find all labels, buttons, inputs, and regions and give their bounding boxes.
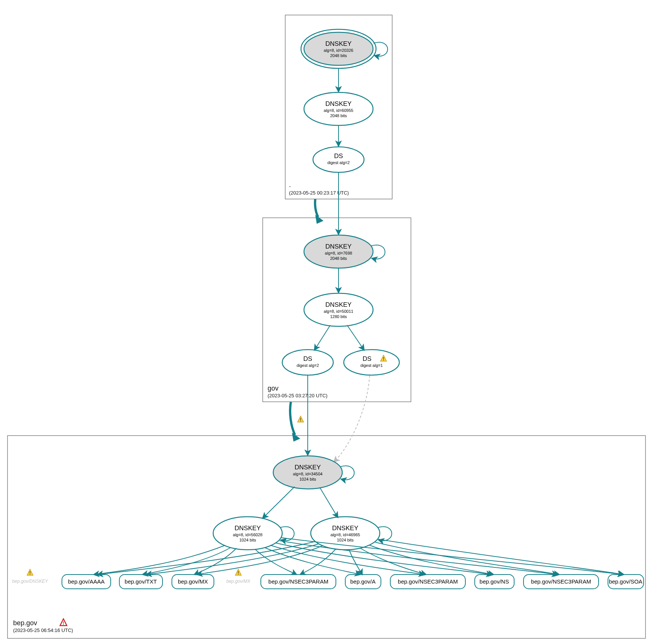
rr-a[interactable]: bep.gov/A bbox=[345, 575, 381, 589]
ghost-mx: ! bep.gov/MX bbox=[226, 569, 251, 584]
svg-text:2048 bits: 2048 bits bbox=[330, 256, 347, 261]
svg-point-9 bbox=[313, 147, 364, 172]
node-gov-ksk[interactable]: DNSKEY alg=8, id=7698 2048 bits bbox=[304, 235, 373, 268]
svg-text:!: ! bbox=[300, 417, 301, 422]
zone-root-label: . bbox=[289, 181, 291, 189]
svg-text:bep.gov/DNSKEY: bep.gov/DNSKEY bbox=[12, 579, 48, 584]
rr-soa[interactable]: bep.gov/SOA bbox=[608, 575, 644, 589]
svg-text:bep.gov/MX: bep.gov/MX bbox=[178, 578, 208, 585]
svg-text:DS: DS bbox=[363, 355, 372, 362]
record-row: bep.gov/AAAA bep.gov/TXT bep.gov/MX bep.… bbox=[62, 575, 644, 589]
zone-gov-timestamp: (2023-05-25 03:27:20 UTC) bbox=[268, 393, 328, 398]
zone-bep-label: bep.gov bbox=[13, 619, 37, 627]
svg-text:bep.gov/SOA: bep.gov/SOA bbox=[609, 578, 642, 585]
node-bep-ksk[interactable]: DNSKEY alg=8, id=34504 1024 bits bbox=[273, 456, 342, 489]
ghost-dnskey: ! bep.gov/DNSKEY bbox=[12, 569, 48, 584]
zone-bep-timestamp: (2023-05-25 06:54:16 UTC) bbox=[13, 627, 73, 633]
edge-delegate-root-gov bbox=[315, 199, 318, 217]
error-icon: ! bbox=[60, 619, 67, 626]
node-gov-zsk[interactable]: DNSKEY alg=8, id=50011 1280 bits bbox=[304, 293, 373, 326]
node-root-zsk[interactable]: DNSKEY alg=8, id=60955 2048 bits bbox=[304, 92, 373, 125]
svg-text:bep.gov/AAAA: bep.gov/AAAA bbox=[68, 578, 105, 585]
svg-text:DNSKEY: DNSKEY bbox=[325, 100, 352, 107]
dnssec-diagram: . (2023-05-25 00:23:17 UTC) DNSKEY alg=8… bbox=[0, 0, 653, 644]
edge-govzsk-govds2 bbox=[347, 325, 364, 350]
node-bep-zsk1[interactable]: DNSKEY alg=8, id=56028 1024 bits bbox=[213, 517, 282, 550]
svg-text:!: ! bbox=[29, 570, 31, 576]
svg-text:1024 bits: 1024 bits bbox=[239, 538, 256, 542]
edge-bepksk-zsk2 bbox=[320, 487, 338, 517]
rr-nsec3param-3[interactable]: bep.gov/NSEC3PARAM bbox=[524, 575, 599, 589]
svg-text:!: ! bbox=[63, 621, 64, 626]
svg-text:bep.gov/TXT: bep.gov/TXT bbox=[125, 578, 157, 585]
svg-text:2048 bits: 2048 bits bbox=[330, 53, 347, 58]
svg-text:DNSKEY: DNSKEY bbox=[325, 301, 352, 308]
node-gov-ds1[interactable]: DS digest alg=2 bbox=[282, 350, 333, 375]
node-root-ds[interactable]: DS digest alg=2 bbox=[313, 147, 364, 172]
svg-text:1280 bits: 1280 bits bbox=[330, 314, 347, 319]
svg-text:bep.gov/MX: bep.gov/MX bbox=[226, 579, 251, 584]
svg-text:DNSKEY: DNSKEY bbox=[332, 525, 358, 532]
node-gov-ds2[interactable]: DS digest alg=1 bbox=[344, 350, 399, 375]
warning-icon: ! bbox=[298, 416, 304, 422]
zone-gov-label: gov bbox=[268, 385, 278, 392]
zone-root-timestamp: (2023-05-25 00:23:17 UTC) bbox=[289, 190, 349, 196]
svg-text:2048 bits: 2048 bits bbox=[330, 113, 347, 118]
svg-point-23 bbox=[344, 350, 399, 375]
svg-text:DNSKEY: DNSKEY bbox=[235, 525, 261, 532]
svg-text:digest alg=1: digest alg=1 bbox=[360, 363, 383, 368]
rr-mx[interactable]: bep.gov/MX bbox=[172, 575, 214, 589]
svg-text:digest alg=2: digest alg=2 bbox=[327, 160, 350, 165]
svg-text:!: ! bbox=[383, 356, 384, 362]
node-bep-zsk2[interactable]: DNSKEY alg=8, id=46965 1024 bits bbox=[311, 517, 380, 550]
svg-text:digest alg=2: digest alg=2 bbox=[296, 363, 319, 368]
svg-text:alg=8, id=34504: alg=8, id=34504 bbox=[293, 472, 323, 476]
svg-text:1024 bits: 1024 bits bbox=[299, 477, 316, 481]
svg-text:DNSKEY: DNSKEY bbox=[325, 40, 352, 47]
svg-text:bep.gov/NS: bep.gov/NS bbox=[480, 578, 509, 585]
svg-text:1024 bits: 1024 bits bbox=[337, 538, 354, 542]
svg-text:bep.gov/NSEC3PARAM: bep.gov/NSEC3PARAM bbox=[268, 578, 328, 585]
edge-delegate-gov-bep bbox=[290, 402, 295, 435]
svg-text:DS: DS bbox=[334, 152, 343, 160]
rr-nsec3param-2[interactable]: bep.gov/NSEC3PARAM bbox=[390, 575, 465, 589]
rr-nsec3param-1[interactable]: bep.gov/NSEC3PARAM bbox=[261, 575, 336, 589]
node-root-ksk[interactable]: DNSKEY alg=8, id=20326 2048 bits bbox=[301, 29, 376, 68]
svg-text:alg=8, id=56028: alg=8, id=56028 bbox=[233, 532, 263, 537]
svg-text:alg=8, id=60955: alg=8, id=60955 bbox=[324, 108, 354, 113]
svg-text:bep.gov/NSEC3PARAM: bep.gov/NSEC3PARAM bbox=[398, 578, 458, 585]
svg-text:bep.gov/NSEC3PARAM: bep.gov/NSEC3PARAM bbox=[531, 578, 591, 585]
svg-text:DNSKEY: DNSKEY bbox=[325, 243, 352, 250]
svg-text:!: ! bbox=[238, 570, 239, 576]
svg-text:alg=8, id=20326: alg=8, id=20326 bbox=[324, 48, 354, 53]
svg-text:alg=8, id=50011: alg=8, id=50011 bbox=[324, 309, 354, 314]
svg-text:DS: DS bbox=[303, 355, 312, 362]
svg-text:alg=8, id=46965: alg=8, id=46965 bbox=[331, 532, 360, 537]
edge-bepksk-zsk1 bbox=[263, 487, 295, 518]
rr-ns[interactable]: bep.gov/NS bbox=[475, 575, 514, 589]
rr-aaaa[interactable]: bep.gov/AAAA bbox=[62, 575, 111, 589]
svg-text:bep.gov/A: bep.gov/A bbox=[350, 578, 376, 585]
svg-text:DNSKEY: DNSKEY bbox=[295, 464, 321, 471]
rr-txt[interactable]: bep.gov/TXT bbox=[119, 575, 162, 589]
svg-text:alg=8, id=7698: alg=8, id=7698 bbox=[325, 251, 352, 255]
edge-govzsk-govds1 bbox=[314, 325, 330, 350]
svg-point-20 bbox=[282, 350, 333, 375]
edge-govds2-bepksk bbox=[334, 376, 370, 462]
